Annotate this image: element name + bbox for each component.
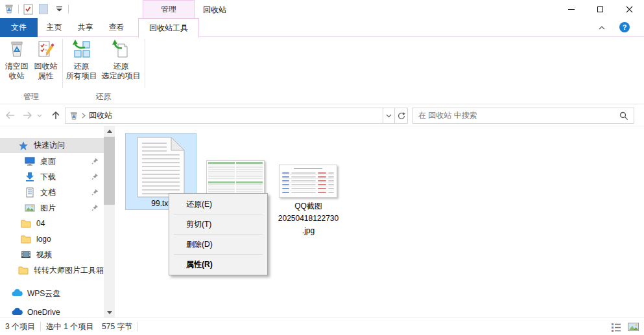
sidebar-item-downloads[interactable]: 下载: [0, 170, 104, 184]
scrollbar-up-arrow[interactable]: [104, 126, 115, 136]
recycle-bin-window-icon: [3, 3, 16, 16]
sidebar-item-label: 桌面: [40, 156, 56, 167]
sidebar-item-desktop[interactable]: 桌面: [0, 154, 104, 168]
sidebar-item-pictures[interactable]: 图片: [0, 201, 104, 215]
tab-view[interactable]: 查看: [101, 18, 132, 37]
ribbon-group-separator: [145, 39, 145, 88]
item-count: 3 个项目: [0, 321, 40, 332]
minimize-icon: [568, 9, 575, 10]
sidebar-item-quick-access[interactable]: 快速访问: [0, 138, 104, 153]
close-button[interactable]: [615, 0, 644, 18]
navigation-pane: 快速访问 桌面 下载 文档: [0, 126, 104, 318]
search-icon[interactable]: [619, 111, 628, 121]
pin-icon: [91, 204, 99, 213]
restore-all-items-label: 还原: [64, 62, 99, 71]
sidebar-item-label: 转转大师图片工具箱: [34, 265, 104, 276]
empty-recycle-bin-button[interactable]: 清空回 收站: [2, 40, 31, 81]
qat-properties-icon[interactable]: [21, 3, 34, 16]
sidebar-item-documents[interactable]: 文档: [0, 185, 104, 200]
ribbon-tab-row: 文件 主页 共享 查看 回收站工具 ?: [0, 18, 644, 37]
qat-separator: [18, 5, 19, 14]
sidebar-item-label: 下载: [40, 172, 56, 183]
address-bar[interactable]: 回收站: [65, 108, 408, 124]
titlebar: 管理 回收站: [0, 0, 644, 18]
maximize-icon: [597, 6, 603, 12]
file-label-qq-screenshot: QQ截图 20250418122730 .jpg: [271, 200, 346, 237]
pin-icon: [91, 189, 99, 198]
breadcrumb-location[interactable]: 回收站: [89, 110, 112, 121]
recycle-bin-properties-icon: [36, 40, 56, 59]
thumbnail-view-icon: [628, 323, 639, 331]
sidebar-item-label: logo: [36, 235, 51, 244]
context-menu-item-properties[interactable]: 属性(R): [169, 255, 267, 273]
table-thumbnail-title: [294, 168, 322, 169]
sidebar-scrollbar[interactable]: [104, 126, 115, 318]
sidebar-item-label: 文档: [40, 187, 56, 198]
spreadsheet-thumbnail-quadrant: [208, 162, 235, 180]
close-icon: [626, 6, 633, 13]
desktop-icon: [25, 156, 35, 167]
context-menu-item-cut[interactable]: 剪切(T): [169, 215, 267, 233]
recycle-bin-icon: [69, 111, 78, 121]
large-icons-view-button[interactable]: [627, 322, 639, 332]
sidebar-item-04[interactable]: 04: [0, 216, 104, 231]
tab-home[interactable]: 主页: [39, 18, 69, 37]
sidebar-item-logo[interactable]: logo: [0, 232, 104, 246]
restore-selected-items-button[interactable]: 还原 选定的项目: [99, 40, 143, 81]
details-view-button[interactable]: [610, 322, 622, 332]
refresh-button[interactable]: [394, 108, 407, 123]
sidebar-item-label: WPS云盘: [27, 288, 60, 299]
quick-access-star-icon: [18, 141, 29, 151]
back-button[interactable]: [4, 110, 17, 121]
sidebar-item-label: 04: [36, 219, 45, 228]
search-box[interactable]: 在 回收站 中搜索: [412, 108, 634, 124]
downloads-icon: [25, 172, 35, 182]
history-dropdown-button[interactable]: [36, 110, 43, 121]
maximize-button[interactable]: [586, 0, 615, 18]
ribbon: 清空回 收站 回收站 属性 还原 所有项目 还原 选定的项目 管理 还原: [0, 37, 644, 104]
restore-all-items-button[interactable]: 还原 所有项目: [64, 40, 99, 81]
onedrive-cloud-icon: [12, 307, 22, 318]
ribbon-group-manage: 管理: [0, 91, 62, 102]
ribbon-group-restore: 还原: [62, 91, 145, 102]
up-arrow-icon: [50, 110, 62, 121]
tab-recycle-bin-tools[interactable]: 回收站工具: [138, 18, 199, 38]
empty-recycle-bin-icon: [7, 40, 27, 59]
chevron-down-icon: [37, 114, 42, 117]
breadcrumb[interactable]: 回收站: [66, 110, 383, 121]
recycle-bin-properties-button[interactable]: 回收站 属性: [31, 40, 60, 81]
back-arrow-icon: [5, 110, 16, 121]
sidebar-item-wps-cloud[interactable]: WPS云盘: [0, 286, 104, 301]
folder-icon: [21, 234, 31, 244]
forward-button[interactable]: [21, 110, 34, 121]
context-menu-item-restore[interactable]: 还原(E): [169, 195, 267, 213]
file-item-qq-screenshot[interactable]: [279, 165, 337, 198]
tab-file[interactable]: 文件: [0, 18, 38, 37]
restore-selected-items-label: 还原: [99, 62, 143, 71]
collapse-ribbon-button[interactable]: [597, 24, 606, 32]
up-button[interactable]: [49, 110, 62, 121]
window-title: 回收站: [203, 5, 226, 16]
breadcrumb-chevron-icon: [82, 113, 86, 119]
scrollbar-down-arrow[interactable]: [104, 308, 115, 318]
scrollbar-thumb[interactable]: [104, 137, 115, 205]
restore-all-items-icon: [72, 40, 91, 59]
context-menu: 还原(E) 剪切(T) 删除(D) 属性(R): [169, 193, 268, 275]
sidebar-item-label: 图片: [40, 203, 56, 214]
context-menu-item-delete[interactable]: 删除(D): [169, 235, 267, 253]
help-button[interactable]: ?: [619, 22, 630, 32]
sidebar-item-zhuanzhuan-toolbox[interactable]: 转转大师图片工具箱: [0, 263, 104, 277]
pictures-icon: [25, 203, 35, 213]
qat-customize-dropdown-icon[interactable]: [53, 3, 66, 16]
qat-new-item-icon[interactable]: [37, 3, 50, 16]
sidebar-item-videos[interactable]: 视频: [0, 248, 104, 262]
tab-share[interactable]: 共享: [70, 18, 101, 37]
address-dropdown-button[interactable]: [383, 108, 394, 123]
text-document-icon: [137, 137, 185, 198]
contextual-tab-group-label: 管理: [143, 0, 195, 18]
details-view-icon: [612, 323, 621, 332]
chevron-up-icon: [599, 26, 605, 30]
context-menu-separator: [174, 254, 263, 255]
folder-icon: [21, 218, 31, 229]
minimize-button[interactable]: [556, 0, 586, 18]
